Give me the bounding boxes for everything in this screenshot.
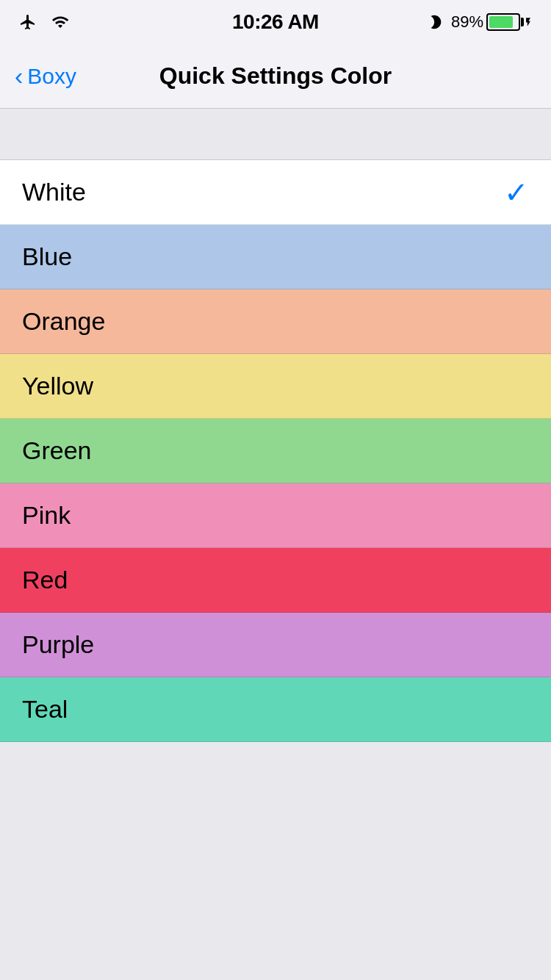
- status-time: 10:26 AM: [232, 10, 319, 34]
- color-item-pink[interactable]: Pink: [0, 483, 551, 548]
- battery-fill: [489, 16, 513, 28]
- footer-space: [0, 742, 551, 980]
- status-left-icons: [18, 13, 72, 31]
- color-item-label: Teal: [22, 695, 68, 724]
- nav-title: Quick Settings Color: [159, 62, 392, 90]
- wifi-icon: [48, 13, 72, 31]
- nav-bar: ‹ Boxy Quick Settings Color: [0, 44, 551, 109]
- color-item-blue[interactable]: Blue: [0, 225, 551, 289]
- color-list: White✓BlueOrangeYellowGreenPinkRedPurple…: [0, 160, 551, 742]
- section-spacer: [0, 109, 551, 160]
- battery-container: 89%: [451, 12, 533, 32]
- color-item-label: Orange: [22, 307, 105, 336]
- battery-percent: 89%: [451, 12, 483, 32]
- color-item-teal[interactable]: Teal: [0, 677, 551, 742]
- color-item-purple[interactable]: Purple: [0, 613, 551, 677]
- color-item-label: Yellow: [22, 372, 93, 400]
- bolt-icon: [523, 13, 533, 31]
- back-button[interactable]: ‹ Boxy: [15, 64, 76, 89]
- status-right-icons: 89%: [428, 12, 533, 32]
- moon-icon: [428, 13, 444, 31]
- color-item-green[interactable]: Green: [0, 419, 551, 483]
- back-label: Boxy: [27, 64, 76, 89]
- color-item-red[interactable]: Red: [0, 548, 551, 613]
- color-item-label: Red: [22, 566, 68, 594]
- color-item-white[interactable]: White✓: [0, 160, 551, 225]
- checkmark-icon: ✓: [504, 176, 529, 209]
- color-item-label: Blue: [22, 242, 72, 271]
- color-item-orange[interactable]: Orange: [0, 289, 551, 354]
- color-item-label: White: [22, 178, 86, 206]
- status-bar: 10:26 AM 89%: [0, 0, 551, 44]
- battery-icon: [486, 13, 520, 31]
- back-chevron-icon: ‹: [15, 63, 23, 88]
- airplane-icon: [18, 13, 38, 31]
- color-item-label: Pink: [22, 501, 71, 530]
- color-item-yellow[interactable]: Yellow: [0, 354, 551, 419]
- color-item-label: Green: [22, 436, 92, 465]
- color-item-label: Purple: [22, 630, 94, 659]
